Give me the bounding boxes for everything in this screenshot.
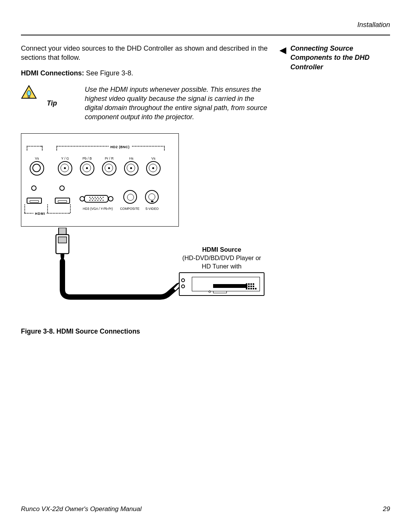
port-yg-label: Y / G	[58, 157, 72, 160]
svg-rect-2	[28, 96, 30, 97]
svideo-label: S-VIDEO	[142, 207, 162, 211]
svg-point-7	[95, 197, 96, 198]
svg-point-14	[99, 198, 100, 199]
port-vs-right-label: Vs	[146, 157, 161, 160]
composite-label: COMPOSITE	[118, 207, 141, 211]
figure-diagram: HD2 (BNC) Vs Y / G Pb / B Pr / R Hs Vs	[21, 133, 266, 312]
mount-hole-1	[31, 185, 37, 191]
svg-point-1	[27, 91, 31, 96]
svg-point-4	[108, 197, 113, 201]
hdmi-connections-bold: HDMI Connections:	[21, 69, 84, 77]
svg-point-20	[100, 200, 101, 201]
bnc-port-prr	[102, 161, 116, 176]
svg-point-18	[95, 200, 96, 201]
svg-rect-25	[58, 237, 67, 243]
svg-point-3	[80, 197, 84, 201]
figure-caption: Figure 3-8. HDMI Source Connections	[21, 328, 268, 335]
tip-block: Tip Use the HDMI inputs whenever possibl…	[21, 85, 268, 122]
svg-point-16	[89, 200, 91, 201]
hdmi-plug-icon	[55, 228, 70, 262]
hdmi-port-2	[55, 198, 70, 204]
hdmi-source-line1: (HD-DVD/BD/DVD Player or	[182, 254, 261, 261]
svg-point-5	[89, 197, 91, 198]
svg-point-21	[103, 200, 104, 201]
svg-point-17	[92, 200, 93, 201]
composite-port	[123, 190, 137, 204]
vga-label: HD3 (VGA / Y-Pb-Pr)	[77, 207, 119, 211]
left-arrow-icon: ◀	[280, 45, 286, 56]
bnc-port-vs-left	[30, 161, 44, 176]
hdmi-connections-heading: HDMI Connections: See Figure 3-8.	[21, 69, 268, 77]
bnc-port-yg	[58, 161, 72, 176]
bnc-port-pbb	[80, 161, 94, 176]
hdmi-source-title: HDMI Source	[202, 246, 241, 253]
dhd-panel: HD2 (BNC) Vs Y / G Pb / B Pr / R Hs Vs	[21, 133, 179, 227]
vga-port	[78, 194, 115, 204]
svg-point-11	[91, 198, 92, 199]
svg-point-12	[93, 198, 94, 199]
tip-icon	[21, 85, 37, 99]
svg-point-9	[100, 197, 101, 198]
svg-point-6	[92, 197, 93, 198]
svg-point-10	[103, 197, 104, 198]
svg-point-8	[97, 197, 99, 198]
intro-text: Connect your video sources to the DHD Co…	[21, 44, 268, 62]
tip-text: Use the HDMI inputs whenever possible. T…	[85, 85, 268, 122]
hdmi-group-label: HDMI	[33, 212, 47, 216]
svg-rect-22	[59, 228, 66, 235]
divider	[21, 35, 390, 35]
footer-manual: Runco VX-22d Owner's Operating Manual	[21, 505, 142, 513]
side-note-text: Connecting Source Components to the DHD …	[290, 45, 370, 71]
header-section: Installation	[21, 21, 390, 29]
svideo-port	[145, 190, 159, 204]
bnc-port-vs-right	[146, 161, 161, 176]
bnc-port-hs	[124, 161, 139, 176]
mount-hole-2	[59, 185, 65, 191]
port-pbb-label: Pb / B	[80, 157, 94, 160]
svg-point-19	[97, 200, 99, 201]
hdmi-port-1	[27, 198, 42, 204]
side-note: ◀ Connecting Source Components to the DH…	[280, 44, 390, 72]
footer: Runco VX-22d Owner's Operating Manual 29	[21, 505, 390, 513]
hdmi-connections-rest: See Figure 3-8.	[84, 69, 133, 77]
port-hs-label: Hs	[124, 157, 139, 160]
svg-point-15	[101, 198, 102, 199]
tip-label: Tip	[47, 99, 57, 107]
hdmi-source-line2: HD Tuner with	[202, 263, 242, 270]
port-prr-label: Pr / R	[102, 157, 116, 160]
source-device-icon	[179, 272, 264, 296]
svg-point-13	[96, 198, 97, 199]
footer-page: 29	[383, 505, 390, 513]
port-vs-left-label: Vs	[30, 157, 44, 160]
